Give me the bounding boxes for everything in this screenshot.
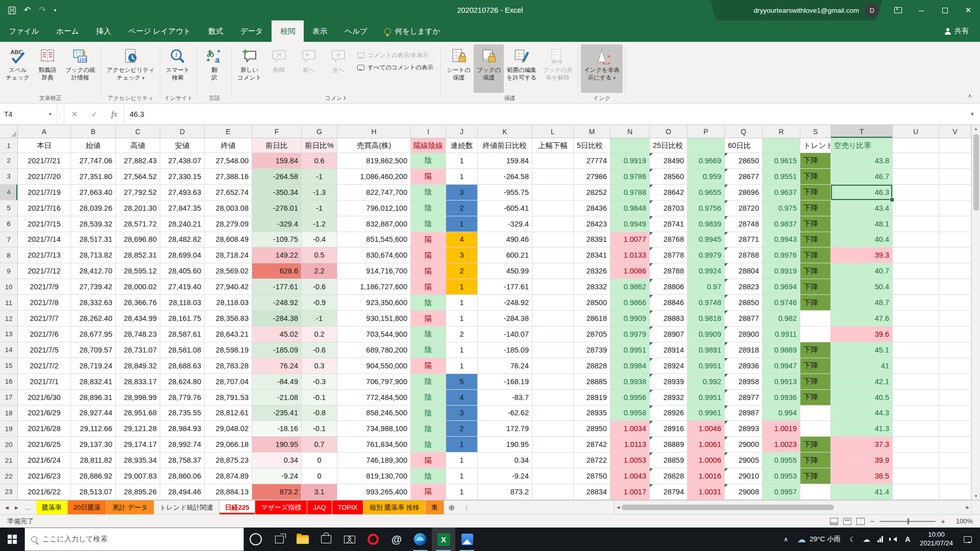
column-header-F[interactable]: F xyxy=(252,125,302,138)
cell-A12[interactable]: 2021/7/7 xyxy=(18,311,71,327)
edge-button[interactable] xyxy=(408,528,432,551)
cell-C8[interactable]: 28,852.31 xyxy=(116,247,160,263)
cell-U5[interactable] xyxy=(893,201,939,216)
cell-V13[interactable] xyxy=(939,327,971,342)
cell-C18[interactable]: 28,951.68 xyxy=(116,406,160,421)
cell-O18[interactable]: 28926 xyxy=(650,406,688,421)
cell-U3[interactable] xyxy=(893,169,939,185)
cell-C20[interactable]: 29,174.17 xyxy=(116,437,160,453)
cell-U10[interactable] xyxy=(893,279,939,295)
cell-V18[interactable] xyxy=(939,406,971,421)
cell-G10[interactable]: -0.6 xyxy=(302,279,337,295)
account-email[interactable]: dryyourtearswithlove1@gmail.com xyxy=(753,7,859,14)
cell-N16[interactable]: 0.9938 xyxy=(610,374,650,390)
cell-J3[interactable]: 1 xyxy=(446,169,478,185)
cell-B1[interactable]: 始値 xyxy=(71,138,116,153)
cell-M21[interactable]: 28722 xyxy=(574,453,610,468)
cell-O10[interactable]: 28806 xyxy=(650,279,688,295)
column-header-L[interactable]: L xyxy=(532,125,574,138)
cell-M22[interactable]: 28750 xyxy=(574,468,610,484)
cell-G3[interactable]: -1 xyxy=(302,169,337,185)
ribbon-button-スマート検索[interactable]: iスマート検索 xyxy=(163,44,193,93)
ribbon-tab-ホーム[interactable]: ホーム xyxy=(47,20,87,42)
cell-I10[interactable]: 陽 xyxy=(411,279,446,295)
cell-S10[interactable]: 下降 xyxy=(800,279,831,295)
cell-N18[interactable]: 0.9958 xyxy=(610,406,650,421)
cell-I12[interactable]: 陽 xyxy=(411,311,446,327)
cell-A13[interactable]: 2021/7/6 xyxy=(18,327,71,342)
cell-R15[interactable]: 0.9947 xyxy=(763,358,800,374)
cell-V1[interactable] xyxy=(939,138,971,153)
cell-L6[interactable] xyxy=(532,216,574,232)
cell-S14[interactable]: 下降 xyxy=(800,342,831,358)
cell-T1[interactable]: 空売り比率 xyxy=(831,138,893,153)
cell-V4[interactable] xyxy=(939,185,971,201)
cell-N14[interactable]: 0.9951 xyxy=(610,342,650,358)
cell-D8[interactable]: 28,699.04 xyxy=(160,247,205,263)
cell-K3[interactable]: -264.58 xyxy=(478,169,532,185)
cell-B8[interactable]: 28,713.82 xyxy=(71,247,116,263)
cell-V11[interactable] xyxy=(939,295,971,311)
cell-I15[interactable]: 陽 xyxy=(411,358,446,374)
cell-N7[interactable]: 1.0077 xyxy=(610,232,650,248)
cell-V6[interactable] xyxy=(939,216,971,232)
cell-A19[interactable]: 2021/6/28 xyxy=(18,421,71,437)
network-icon[interactable] xyxy=(873,536,887,542)
cell-U4[interactable] xyxy=(893,185,939,201)
cell-I18[interactable]: 陰 xyxy=(411,406,446,421)
cell-H18[interactable]: 858,246,500 xyxy=(337,406,411,421)
cell-M8[interactable]: 28341 xyxy=(574,247,610,263)
cell-T15[interactable]: 41 xyxy=(831,358,893,374)
cell-K22[interactable]: -9.24 xyxy=(478,468,532,484)
cell-Q1[interactable]: 60日比 xyxy=(725,138,763,153)
insert-function-icon[interactable]: fx xyxy=(111,110,117,119)
cell-J19[interactable]: 2 xyxy=(446,421,478,437)
ribbon-tab-挿入[interactable]: 挿入 xyxy=(88,20,120,42)
cell-R7[interactable]: 0.9943 xyxy=(763,232,800,248)
cell-H1[interactable]: 売買高(株) xyxy=(337,138,411,153)
store-button[interactable] xyxy=(314,528,338,551)
cell-Q11[interactable]: 28850 xyxy=(725,295,763,311)
ribbon-button-シートの保護[interactable]: シートの保護 xyxy=(444,44,474,93)
tab-more-icon[interactable]: ⋮ xyxy=(459,500,474,514)
cell-S15[interactable]: 下降 xyxy=(800,358,831,374)
cell-T8[interactable]: 39.3 xyxy=(831,247,893,263)
cell-A11[interactable]: 2021/7/8 xyxy=(18,295,71,311)
cell-N10[interactable]: 0.9862 xyxy=(610,279,650,295)
cell-J21[interactable]: 1 xyxy=(446,453,478,468)
cell-P22[interactable]: 1.0016 xyxy=(688,468,725,484)
cell-C17[interactable]: 28,998.99 xyxy=(116,390,160,406)
cell-P5[interactable]: 0.9756 xyxy=(688,201,725,216)
cell-C10[interactable]: 28,000.02 xyxy=(116,279,160,295)
cell-G11[interactable]: -0.9 xyxy=(302,295,337,311)
cell-C22[interactable]: 29,007.83 xyxy=(116,468,160,484)
cell-B3[interactable]: 27,351.80 xyxy=(71,169,116,185)
cell-U11[interactable] xyxy=(893,295,939,311)
scroll-down-icon[interactable]: ▼ xyxy=(974,494,978,498)
cell-P23[interactable]: 1.0031 xyxy=(688,484,725,500)
cell-K4[interactable]: -955.75 xyxy=(478,185,532,201)
zoom-out-icon[interactable]: − xyxy=(870,517,874,525)
cell-H17[interactable]: 772,484,500 xyxy=(337,390,411,406)
action-center-button[interactable] xyxy=(958,536,977,543)
cell-K9[interactable]: 450.99 xyxy=(478,263,532,279)
name-box-dropdown-icon[interactable]: ▼ xyxy=(48,112,53,117)
cell-D5[interactable]: 27,847.35 xyxy=(160,201,205,216)
cell-D13[interactable]: 28,587.61 xyxy=(160,327,205,342)
cell-L3[interactable] xyxy=(532,169,574,185)
ribbon-button-すべてのコメントの表示[interactable]: すべてのコメントの表示 xyxy=(357,64,433,71)
cell-R5[interactable]: 0.975 xyxy=(763,201,800,216)
cell-R18[interactable]: 0.994 xyxy=(763,406,800,421)
cell-K2[interactable]: 159.84 xyxy=(478,153,532,169)
cell-U23[interactable] xyxy=(893,484,939,500)
row-header-8[interactable]: 8 xyxy=(0,247,18,263)
cell-T2[interactable]: 43.8 xyxy=(831,153,893,169)
cell-H10[interactable]: 1,186,727,600 xyxy=(337,279,411,295)
cell-N23[interactable]: 1.0017 xyxy=(610,484,650,500)
cell-I14[interactable]: 陰 xyxy=(411,342,446,358)
cell-K14[interactable]: -185.09 xyxy=(478,342,532,358)
cell-L16[interactable] xyxy=(532,374,574,390)
cell-D18[interactable]: 28,735.55 xyxy=(160,406,205,421)
column-header-K[interactable]: K xyxy=(478,125,532,138)
cell-G18[interactable]: -0.8 xyxy=(302,406,337,421)
